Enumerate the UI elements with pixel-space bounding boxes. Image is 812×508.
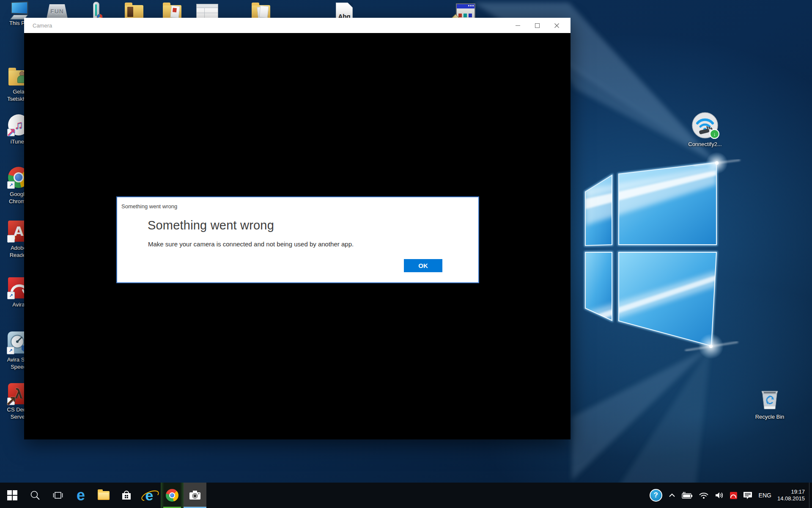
dialog-message: Make sure your camera is connected and n… <box>148 240 354 248</box>
minimize-button[interactable] <box>508 18 527 33</box>
edge-icon: e <box>77 488 85 503</box>
avira-tray-icon[interactable] <box>730 492 737 499</box>
error-dialog: Something went wrong Something went wron… <box>116 196 479 283</box>
taskbar: e e <box>0 483 812 508</box>
help-tray-icon[interactable]: ? <box>650 489 662 502</box>
search-button[interactable] <box>24 483 47 508</box>
desktop-icon-label: Recycle Bin <box>755 413 785 420</box>
ok-button[interactable]: OK <box>404 259 442 272</box>
store-icon <box>121 489 132 501</box>
search-icon <box>30 490 41 501</box>
shortcut-arrow-icon: ↗ <box>7 235 15 243</box>
shortcut-arrow-icon: ↗ <box>7 347 14 354</box>
task-view-icon <box>52 490 64 501</box>
open-folder-icon <box>125 5 143 19</box>
windows-logo-icon <box>7 490 17 500</box>
speaker-icon <box>715 491 724 499</box>
volume-tray-icon[interactable] <box>715 491 724 499</box>
clock-date: 14.08.2015 <box>777 495 805 502</box>
language-indicator[interactable]: ENG <box>759 492 771 499</box>
camera-window: Camera Something went wrong Something we… <box>24 18 571 439</box>
desktop-icon-fun[interactable]: FUN <box>45 2 69 19</box>
desktop-icon-recycle-bin[interactable]: Recycle Bin <box>757 388 782 420</box>
desktop-icon-label: Avira <box>12 301 25 308</box>
desktop-icon-folder-red[interactable] <box>162 2 183 19</box>
desktop-icon-folder-docs[interactable] <box>250 2 272 19</box>
maximize-icon <box>535 23 540 28</box>
recycle-bin-icon <box>760 388 780 411</box>
edge-button[interactable]: e <box>69 483 92 508</box>
chevron-up-icon <box>668 492 676 498</box>
dialog-heading: Something went wrong <box>148 218 274 232</box>
desktop-icon-folder-open[interactable] <box>123 2 145 19</box>
internet-explorer-icon: e <box>142 488 157 503</box>
dialog-title: Something went wrong <box>121 203 177 210</box>
camera-icon <box>189 490 201 501</box>
close-button[interactable] <box>547 18 566 33</box>
clock-time: 19:17 <box>777 489 805 495</box>
shortcut-arrow-icon: ↗ <box>7 129 15 136</box>
window-title: Camera <box>33 22 52 29</box>
this-pc-icon <box>10 2 28 19</box>
shortcut-arrow-icon: ↗ <box>7 398 15 405</box>
start-button[interactable] <box>1 483 24 508</box>
battery-tray-icon[interactable] <box>682 491 693 499</box>
desktop-icon-table[interactable] <box>195 2 219 20</box>
desktop-icon-label: Connectify2... <box>688 141 722 148</box>
shortcut-arrow-icon: ↗ <box>7 292 15 299</box>
folder-docs-icon <box>252 5 270 19</box>
fun-app-icon: FUN <box>47 4 68 19</box>
action-center-button[interactable] <box>743 491 752 500</box>
close-icon <box>554 23 559 28</box>
show-desktop-button[interactable] <box>809 483 812 508</box>
chrome-taskbar-button[interactable] <box>161 483 184 508</box>
chrome-icon <box>166 489 178 502</box>
clock[interactable]: 19:17 14.08.2015 <box>777 489 805 502</box>
internet-explorer-button[interactable]: e <box>138 483 161 508</box>
maximize-button[interactable] <box>527 18 547 33</box>
camera-viewport: Something went wrong Something went wron… <box>24 33 571 439</box>
file-explorer-button[interactable] <box>92 483 115 508</box>
desktop-icon-connectify[interactable]: ↓ Connectify2... <box>688 112 722 148</box>
battery-icon <box>682 491 693 499</box>
connectify-icon: ↓ <box>691 112 719 139</box>
action-center-icon <box>743 491 752 500</box>
wifi-icon <box>699 491 709 499</box>
download-badge-icon: ↓ <box>710 129 719 139</box>
store-button[interactable] <box>115 483 138 508</box>
task-view-button[interactable] <box>47 483 69 508</box>
file-explorer-icon <box>98 491 110 500</box>
show-hidden-icons-button[interactable] <box>668 492 676 498</box>
shortcut-arrow-icon: ↗ <box>7 181 15 189</box>
folder-red-docs-icon <box>163 5 181 19</box>
window-titlebar[interactable]: Camera <box>24 18 571 33</box>
wifi-tray-icon[interactable] <box>699 491 709 499</box>
minimize-icon <box>516 25 520 26</box>
camera-taskbar-button[interactable] <box>184 483 206 508</box>
